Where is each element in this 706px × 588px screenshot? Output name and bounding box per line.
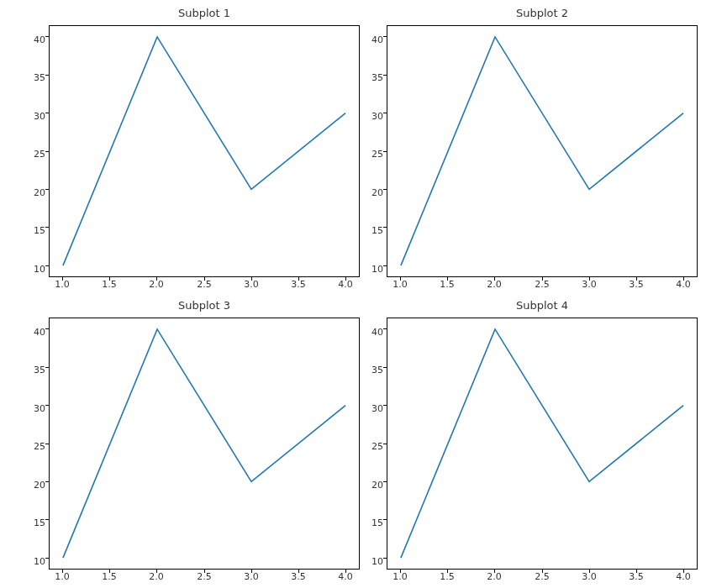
ytick-label: 15 — [20, 225, 45, 236]
subplot-2-line — [387, 26, 697, 276]
ytick-label: 10 — [20, 556, 45, 567]
ytick-label: 35 — [20, 72, 45, 83]
ytick-label: 40 — [20, 34, 45, 45]
ytick-label: 35 — [358, 365, 383, 375]
xtick-label: 4.0 — [676, 279, 691, 290]
ytick-label: 25 — [20, 149, 45, 160]
ytick-label: 40 — [358, 34, 383, 45]
subplot-3-series — [63, 329, 345, 558]
subplot-4-axes — [387, 318, 698, 570]
subplot-2-series — [401, 37, 683, 265]
ytick-mark — [383, 444, 387, 444]
xtick-label: 3.5 — [629, 571, 644, 582]
ytick-mark — [45, 227, 49, 228]
xtick-label: 2.5 — [535, 571, 550, 582]
ytick-mark — [383, 36, 387, 37]
ytick-mark — [45, 444, 49, 444]
xtick-label: 2.0 — [149, 571, 164, 582]
ytick-mark — [383, 558, 387, 559]
ytick-mark — [45, 519, 49, 520]
ytick-label: 30 — [358, 111, 383, 122]
ytick-label: 30 — [358, 403, 383, 414]
ytick-mark — [383, 481, 387, 482]
subplot-4: Subplot 4 10 15 20 25 30 35 40 1.0 1.5 2… — [387, 318, 698, 570]
xtick-label: 2.0 — [487, 571, 502, 582]
ytick-label: 40 — [20, 327, 45, 338]
ytick-label: 40 — [358, 327, 383, 338]
ytick-mark — [383, 265, 387, 266]
subplot-1-title: Subplot 1 — [49, 7, 360, 19]
ytick-label: 35 — [358, 72, 383, 83]
xtick-label: 2.0 — [149, 279, 164, 290]
subplot-1-axes — [49, 25, 360, 277]
ytick-mark — [383, 75, 387, 76]
ytick-label: 10 — [20, 264, 45, 275]
ytick-label: 30 — [20, 403, 45, 414]
xtick-label: 4.0 — [676, 571, 691, 582]
ytick-mark — [45, 367, 49, 368]
ytick-mark — [383, 405, 387, 406]
ytick-mark — [383, 151, 387, 152]
xtick-label: 3.0 — [244, 571, 259, 582]
ytick-mark — [383, 227, 387, 228]
ytick-mark — [45, 189, 49, 190]
xtick-label: 1.0 — [393, 279, 408, 290]
subplot-1-line — [50, 26, 359, 276]
xtick-label: 1.5 — [102, 571, 117, 582]
ytick-label: 25 — [358, 441, 383, 452]
xtick-label: 3.0 — [582, 279, 597, 290]
xtick-label: 1.5 — [440, 279, 455, 290]
ytick-mark — [383, 519, 387, 520]
ytick-label: 20 — [20, 480, 45, 491]
ytick-label: 20 — [358, 187, 383, 198]
xtick-label: 1.5 — [440, 571, 455, 582]
subplot-2-title: Subplot 2 — [387, 7, 698, 19]
ytick-label: 25 — [20, 441, 45, 452]
subplot-3-line — [50, 318, 359, 569]
ytick-mark — [45, 151, 49, 152]
subplot-1: Subplot 1 10 15 20 25 30 35 40 1.0 1.5 2… — [49, 25, 360, 277]
xtick-label: 3.0 — [244, 279, 259, 290]
subplot-3-title: Subplot 3 — [49, 299, 360, 312]
xtick-label: 4.0 — [338, 279, 353, 290]
subplot-3-axes — [49, 318, 360, 570]
xtick-label: 1.0 — [55, 279, 70, 290]
ytick-label: 25 — [358, 149, 383, 160]
subplot-3: Subplot 3 10 15 20 25 30 35 40 1.0 1.5 2… — [49, 318, 360, 570]
ytick-label: 20 — [358, 480, 383, 491]
ytick-mark — [45, 405, 49, 406]
subplot-2-axes — [387, 25, 698, 277]
xtick-label: 4.0 — [338, 571, 353, 582]
xtick-label: 3.0 — [582, 571, 597, 582]
subplot-4-title: Subplot 4 — [387, 299, 698, 312]
ytick-mark — [45, 328, 49, 329]
ytick-label: 20 — [20, 187, 45, 198]
ytick-label: 15 — [358, 517, 383, 528]
ytick-mark — [383, 189, 387, 190]
ytick-label: 15 — [358, 225, 383, 236]
xtick-label: 1.0 — [393, 571, 408, 582]
ytick-mark — [45, 265, 49, 266]
xtick-label: 3.5 — [291, 279, 306, 290]
ytick-mark — [45, 558, 49, 559]
xtick-label: 1.0 — [55, 571, 70, 582]
xtick-label: 2.5 — [197, 279, 212, 290]
ytick-label: 10 — [358, 264, 383, 275]
ytick-label: 10 — [358, 556, 383, 567]
xtick-label: 3.5 — [291, 571, 306, 582]
subplot-2: Subplot 2 10 15 20 25 30 35 40 1.0 1.5 2… — [387, 25, 698, 277]
xtick-label: 3.5 — [629, 279, 644, 290]
subplot-4-series — [401, 329, 683, 558]
ytick-mark — [383, 367, 387, 368]
ytick-mark — [45, 113, 49, 113]
ytick-mark — [45, 75, 49, 76]
ytick-mark — [383, 328, 387, 329]
ytick-label: 30 — [20, 111, 45, 122]
xtick-label: 1.5 — [102, 279, 117, 290]
xtick-label: 2.5 — [197, 571, 212, 582]
xtick-label: 2.5 — [535, 279, 550, 290]
subplot-1-series — [63, 37, 345, 265]
ytick-label: 35 — [20, 365, 45, 375]
ytick-mark — [45, 481, 49, 482]
ytick-mark — [45, 36, 49, 37]
